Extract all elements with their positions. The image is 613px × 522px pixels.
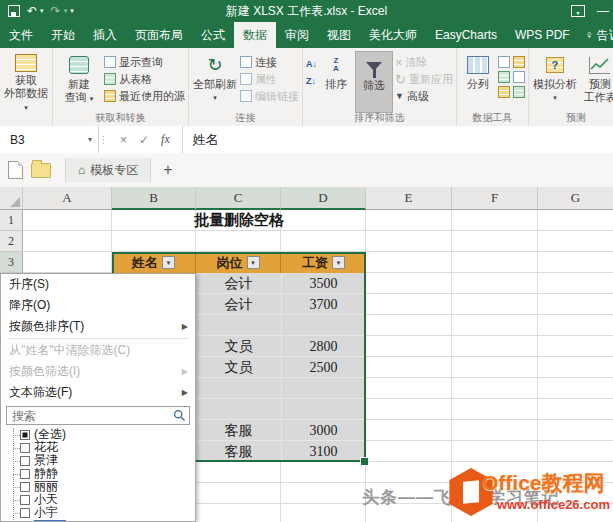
flash-fill-icon[interactable] xyxy=(498,56,510,68)
redo-icon[interactable]: ↷ xyxy=(51,0,61,22)
tab-home[interactable]: 开始 xyxy=(42,22,84,48)
table-row[interactable]: 客服3000 xyxy=(196,420,366,441)
tab-data[interactable]: 数据 xyxy=(234,22,276,48)
undo-icon[interactable]: ↶ xyxy=(27,0,37,22)
table-row[interactable]: 会计3700 xyxy=(196,294,366,315)
open-folder-icon[interactable] xyxy=(31,163,51,178)
cell-salary[interactable]: 2500 xyxy=(281,357,366,378)
column-header-e[interactable]: E xyxy=(366,187,452,210)
column-header-d[interactable]: D xyxy=(281,187,366,210)
save-icon[interactable] xyxy=(8,5,20,17)
checkbox-icon[interactable] xyxy=(20,469,30,479)
filter-dropdown-button-name[interactable]: ▼ xyxy=(162,256,175,269)
table-row[interactable]: 文员2500 xyxy=(196,357,366,378)
row-header-3[interactable]: 3 xyxy=(0,252,23,273)
cancel-icon[interactable]: × xyxy=(120,133,127,147)
column-header-c[interactable]: C xyxy=(196,187,281,210)
filter-option[interactable]: 小宇 xyxy=(11,506,195,519)
cell-position[interactable]: 客服 xyxy=(196,420,281,441)
tab-file[interactable]: 文件 xyxy=(0,22,42,48)
formula-bar-handle[interactable]: ⋮ xyxy=(99,126,108,153)
sort-button[interactable]: ZA 排序 xyxy=(319,51,353,111)
checkbox-icon[interactable] xyxy=(20,456,30,466)
tab-easycharts[interactable]: EasyCharts xyxy=(426,22,506,48)
search-input[interactable] xyxy=(6,406,190,425)
table-row[interactable]: 文员2800 xyxy=(196,336,366,357)
tab-beautify[interactable]: 美化大师 xyxy=(360,22,426,48)
cell-position[interactable] xyxy=(196,399,281,420)
cell-c3-position[interactable]: 岗位 ▼ xyxy=(196,252,281,273)
table-row[interactable]: 会计3500 xyxy=(196,273,366,294)
column-header-g[interactable]: G xyxy=(538,187,613,210)
get-external-data-button[interactable]: 获取 外部数据 ▾ xyxy=(3,51,49,111)
tab-wps-pdf[interactable]: WPS PDF xyxy=(506,22,579,48)
relationships-icon[interactable] xyxy=(498,86,510,98)
column-header-b[interactable]: B xyxy=(112,187,196,210)
column-header-f[interactable]: F xyxy=(452,187,538,210)
cell-salary[interactable]: 3100 xyxy=(281,441,366,462)
consolidate-icon[interactable] xyxy=(513,71,525,83)
cell-salary[interactable] xyxy=(281,399,366,420)
cell-salary[interactable]: 3700 xyxy=(281,294,366,315)
tell-me-box[interactable]: ♀ 告诉我.. xyxy=(579,22,613,48)
cell-position[interactable]: 会计 xyxy=(196,273,281,294)
checkbox-checked-icon[interactable] xyxy=(20,430,30,440)
checkbox-icon[interactable] xyxy=(20,495,30,505)
cell-d3-salary[interactable]: 工资 ▼ xyxy=(281,252,366,273)
refresh-all-button[interactable]: ↻ 全部刷新 ▾ xyxy=(192,51,238,111)
enter-icon[interactable]: ✓ xyxy=(139,133,149,147)
ribbon-display-options-icon[interactable]: ▾ xyxy=(571,5,585,17)
cell-salary[interactable]: 3000 xyxy=(281,420,366,441)
tab-view[interactable]: 视图 xyxy=(318,22,360,48)
checkbox-icon[interactable] xyxy=(20,508,30,518)
cell-position[interactable]: 会计 xyxy=(196,294,281,315)
cell-position[interactable] xyxy=(196,315,281,336)
customize-qat-icon[interactable]: ▾ xyxy=(70,0,74,22)
cell-position[interactable]: 客服 xyxy=(196,441,281,462)
column-header-a[interactable]: A xyxy=(23,187,112,210)
filter-search-box[interactable] xyxy=(6,406,190,425)
filter-dropdown-button-salary[interactable]: ▼ xyxy=(332,256,345,269)
tab-page-layout[interactable]: 页面布局 xyxy=(126,22,192,48)
cell-salary[interactable] xyxy=(281,378,366,399)
cell-salary[interactable]: 3500 xyxy=(281,273,366,294)
new-query-button[interactable]: 新建 查询 ▾ xyxy=(56,51,102,111)
data-validation-icon[interactable] xyxy=(498,71,510,83)
text-to-columns-button[interactable]: 分列 xyxy=(460,51,496,111)
table-row[interactable] xyxy=(196,315,366,336)
menu-item-sort-descending[interactable]: 降序(O) xyxy=(1,295,195,316)
minimize-button[interactable]: — xyxy=(597,4,609,18)
new-document-icon[interactable] xyxy=(8,161,23,179)
menu-item-text-filters[interactable]: 文本筛选(F)▶ xyxy=(1,382,195,403)
cell-salary[interactable]: 2800 xyxy=(281,336,366,357)
name-box-dropdown-icon[interactable]: ▾ xyxy=(88,135,92,144)
table-row[interactable]: 客服3100 xyxy=(196,441,366,462)
cell-position[interactable]: 文员 xyxy=(196,357,281,378)
recent-sources-button[interactable]: 最近使用的源 xyxy=(104,89,185,103)
table-row[interactable] xyxy=(196,399,366,420)
workbook-tab[interactable]: ⌂ 模板专区 xyxy=(65,158,151,182)
undo-dropdown-icon[interactable]: ▾ xyxy=(40,0,44,22)
redo-dropdown-icon[interactable]: ▾ xyxy=(64,0,68,22)
cell-salary[interactable] xyxy=(281,315,366,336)
sort-descending-button[interactable]: Z↓ xyxy=(306,74,317,88)
filter-dropdown-button-position[interactable]: ▼ xyxy=(247,256,260,269)
row-header-2[interactable]: 2 xyxy=(0,231,23,252)
tab-review[interactable]: 审阅 xyxy=(276,22,318,48)
title-cell[interactable]: 批量删除空格 xyxy=(112,210,366,231)
cell-position[interactable] xyxy=(196,378,281,399)
insert-function-icon[interactable]: fx xyxy=(161,132,170,147)
from-table-button[interactable]: 从表格 xyxy=(104,72,185,86)
checkbox-icon[interactable] xyxy=(20,443,30,453)
cell-position[interactable]: 文员 xyxy=(196,336,281,357)
forecast-sheet-button[interactable]: 预测 工作表 xyxy=(580,51,613,111)
connections-button[interactable]: 连接 xyxy=(240,55,299,69)
manage-data-model-icon[interactable] xyxy=(513,86,525,98)
menu-item-sort-ascending[interactable]: 升序(S) xyxy=(1,274,195,295)
what-if-button[interactable]: ? 模拟分析 ▾ xyxy=(532,51,578,111)
name-box[interactable]: B3 ▾ xyxy=(0,126,99,153)
tab-insert[interactable]: 插入 xyxy=(84,22,126,48)
cell-b3-name[interactable]: 姓名 ▼ xyxy=(112,252,196,273)
sort-ascending-button[interactable]: A↓ xyxy=(306,57,317,71)
row-header-1[interactable]: 1 xyxy=(0,210,23,231)
